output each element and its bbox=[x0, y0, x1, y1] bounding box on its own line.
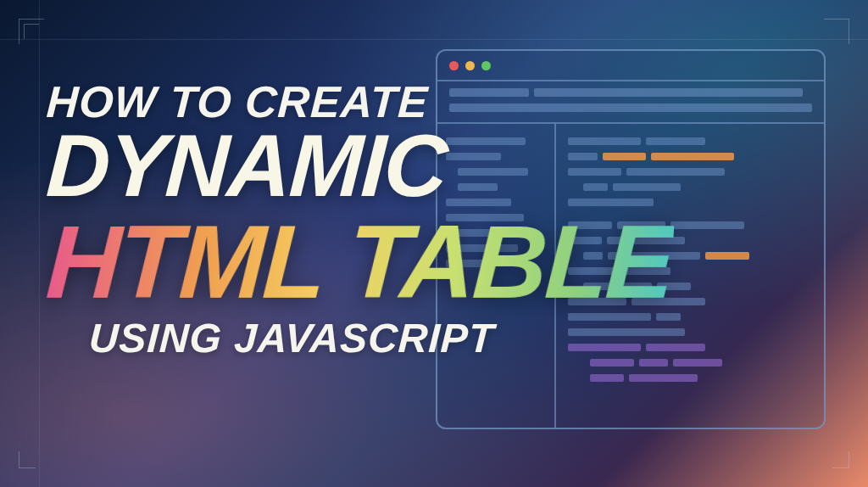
title-line-4: USING JAVASCRIPT bbox=[88, 315, 674, 361]
title-block: HOW TO CREATE DYNAMIC HTML TABLE USING J… bbox=[47, 76, 672, 361]
title-line-3: HTML TABLE bbox=[44, 215, 675, 310]
close-icon bbox=[449, 61, 459, 70]
title-line-2: DYNAMIC bbox=[44, 124, 674, 208]
traffic-lights bbox=[449, 61, 491, 70]
minimize-icon bbox=[465, 61, 475, 70]
maximize-icon bbox=[481, 61, 491, 70]
